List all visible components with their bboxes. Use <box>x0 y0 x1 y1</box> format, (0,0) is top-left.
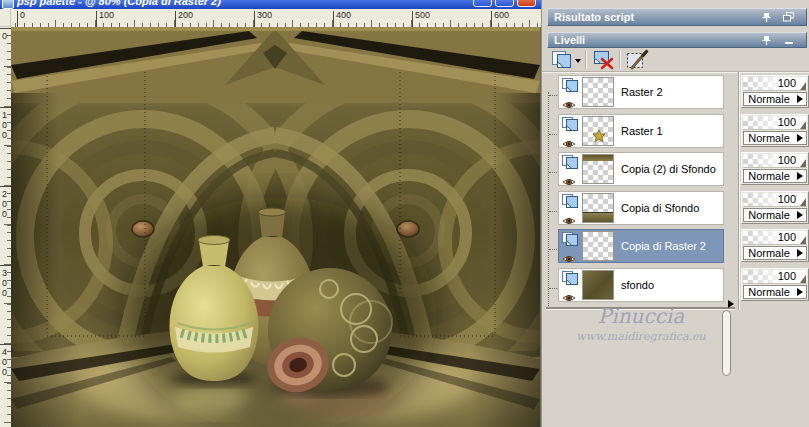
layer-row-copia-di-sfondo[interactable]: Copia di Sfondo <box>558 191 724 225</box>
layer-link-stub <box>549 95 557 96</box>
layer-properties: 100 Normale <box>741 152 809 185</box>
image-window-titlebar[interactable]: psp palette - @ 80% (Copia di Raster 2) <box>0 0 541 9</box>
minimize-icon[interactable] <box>782 35 796 46</box>
ruler-label: 0 <box>2 31 9 41</box>
watermark-url: www.maidiregrafica.eu <box>546 330 736 343</box>
opacity-value: 100 <box>778 77 796 90</box>
edit-selection-button[interactable] <box>625 49 651 71</box>
layer-properties: 100 Normale <box>741 75 809 108</box>
restore-icon[interactable] <box>782 11 796 22</box>
new-layer-button[interactable] <box>550 49 582 71</box>
layer-link-stub <box>549 172 557 173</box>
opacity-value: 100 <box>778 116 796 129</box>
layer-link-stub <box>549 211 557 212</box>
dropdown-arrow-icon[interactable] <box>797 288 803 296</box>
opacity-slider[interactable]: 100 <box>743 270 807 284</box>
canvas-image[interactable] <box>11 27 540 427</box>
opacity-slider-handle[interactable] <box>800 275 806 283</box>
layer-type-icon <box>561 154 581 170</box>
layer-name: Copia di Raster 2 <box>621 230 706 262</box>
layer-link-stub <box>549 249 557 250</box>
opacity-slider-handle[interactable] <box>800 82 806 90</box>
layer-thumbnail <box>582 154 614 184</box>
blend-mode-value: Normale <box>744 93 794 105</box>
image-window-title: psp palette - @ 80% (Copia di Raster 2) <box>17 0 221 7</box>
layer-row-sfondo[interactable]: sfondo <box>558 268 724 302</box>
watermark-name: Pinuccia <box>546 304 736 328</box>
ruler-label: 0 <box>20 10 25 20</box>
visibility-eye-icon[interactable] <box>562 250 576 260</box>
ruler-label: 400 <box>2 347 9 377</box>
maximize-button[interactable] <box>495 0 514 7</box>
layer-row-copia-di-raster-2-selected[interactable]: Copia di Raster 2 <box>558 229 724 263</box>
opacity-slider-handle[interactable] <box>800 198 806 206</box>
ruler-label: 500 <box>415 10 430 20</box>
psp-application-window: psp palette - @ 80% (Copia di Raster 2) … <box>0 0 809 427</box>
visibility-eye-icon[interactable] <box>562 96 576 106</box>
blend-mode-dropdown[interactable]: Normale <box>743 285 807 299</box>
layer-type-icon <box>561 231 581 247</box>
pin-icon[interactable] <box>760 35 774 46</box>
ruler-label: 200 <box>2 189 9 219</box>
column-divider <box>738 72 740 310</box>
dropdown-arrow-icon[interactable] <box>797 211 803 219</box>
blend-mode-dropdown[interactable]: Normale <box>743 208 807 222</box>
layer-name: sfondo <box>621 269 654 301</box>
opacity-value: 100 <box>778 154 796 167</box>
image-window: psp palette - @ 80% (Copia di Raster 2) … <box>0 0 541 427</box>
blend-mode-dropdown[interactable]: Normale <box>743 131 807 145</box>
layer-link-stub <box>549 134 557 135</box>
close-button[interactable] <box>517 0 536 7</box>
opacity-value: 100 <box>778 231 796 244</box>
toolbar-divider <box>542 71 809 73</box>
layer-row-copia-2-di-sfondo[interactable]: Copia (2) di Sfondo <box>558 152 724 186</box>
ruler-label: 100 <box>2 110 9 140</box>
opacity-slider[interactable]: 100 <box>743 154 807 168</box>
layer-type-icon <box>561 116 581 132</box>
layer-properties: 100 Normale <box>741 229 809 262</box>
layer-row-raster-1[interactable]: Raster 1 <box>558 114 724 148</box>
visibility-eye-icon[interactable] <box>562 135 576 145</box>
blend-mode-dropdown[interactable]: Normale <box>743 246 807 260</box>
layer-thumbnail <box>582 231 614 261</box>
layer-properties: 100 Normale <box>741 268 809 301</box>
opacity-slider-handle[interactable] <box>800 236 806 244</box>
minimize-button[interactable] <box>473 0 492 7</box>
opacity-slider[interactable]: 100 <box>743 116 807 130</box>
blend-mode-dropdown[interactable]: Normale <box>743 92 807 106</box>
layer-link-stub <box>549 288 557 289</box>
script-result-panel-header[interactable]: Risultato script <box>547 8 807 26</box>
blend-mode-dropdown[interactable]: Normale <box>743 169 807 183</box>
opacity-slider-handle[interactable] <box>800 121 806 129</box>
ruler-label: 100 <box>99 10 114 20</box>
docked-panels: Risultato script Livelli <box>541 0 809 427</box>
ruler-label: 300 <box>257 10 272 20</box>
layer-thumbnail <box>582 77 614 107</box>
visibility-eye-icon[interactable] <box>562 173 576 183</box>
visibility-eye-icon[interactable] <box>562 212 576 222</box>
opacity-slider[interactable]: 100 <box>743 193 807 207</box>
layer-properties: 100 Normale <box>741 114 809 147</box>
vertical-ruler: 0 100 200 300 400 <box>0 27 11 427</box>
toolbar-separator <box>619 50 621 69</box>
opacity-slider[interactable]: 100 <box>743 231 807 245</box>
dropdown-arrow-icon[interactable] <box>797 249 803 257</box>
opacity-slider[interactable]: 100 <box>743 77 807 91</box>
layer-name: Copia (2) di Sfondo <box>621 153 716 185</box>
layer-type-icon <box>561 193 581 209</box>
blend-mode-value: Normale <box>744 286 794 298</box>
layer-row-raster-2[interactable]: Raster 2 <box>558 75 724 109</box>
visibility-eye-icon[interactable] <box>562 289 576 299</box>
toolbar-separator <box>585 50 587 69</box>
delete-layer-button[interactable] <box>591 49 617 71</box>
dropdown-arrow-icon[interactable] <box>797 134 803 142</box>
pin-icon[interactable] <box>760 11 774 22</box>
dropdown-arrow-icon[interactable] <box>797 172 803 180</box>
layer-name: Raster 1 <box>621 115 663 147</box>
dropdown-arrow-icon[interactable] <box>797 95 803 103</box>
layers-panel-header[interactable]: Livelli <box>547 32 807 48</box>
ruler-label: 400 <box>336 10 351 20</box>
opacity-slider-handle[interactable] <box>800 159 806 167</box>
layer-properties: 100 Normale <box>741 191 809 224</box>
blend-mode-value: Normale <box>744 209 794 221</box>
